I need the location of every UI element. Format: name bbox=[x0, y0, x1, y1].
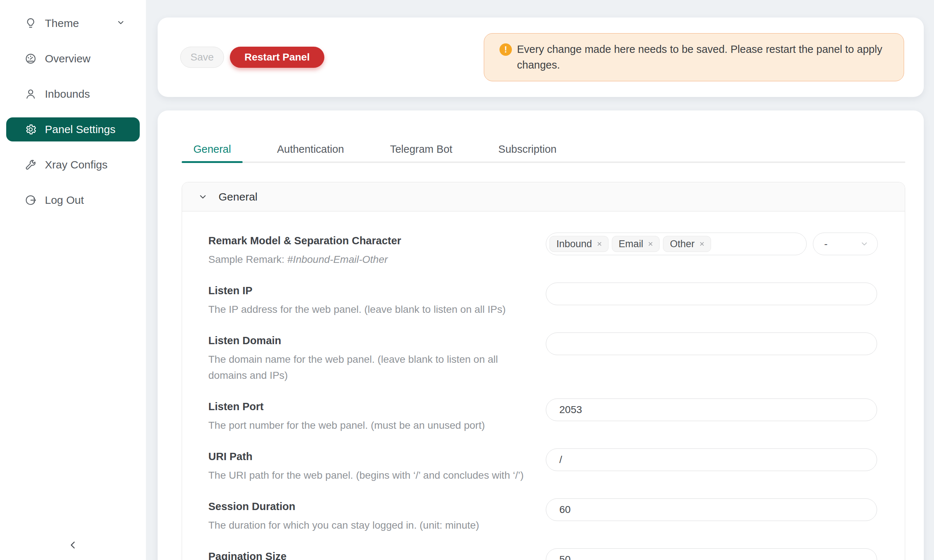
general-collapse-header[interactable]: General bbox=[182, 182, 905, 211]
sidebar-item-label: Theme bbox=[45, 17, 79, 29]
form-row-remark-model: Remark Model & Separation Character Samp… bbox=[208, 232, 878, 268]
field-description: The port number for the web panel. (must… bbox=[208, 417, 529, 434]
listen-ip-input[interactable] bbox=[546, 283, 877, 305]
bulb-icon bbox=[24, 17, 37, 30]
general-form: Remark Model & Separation Character Samp… bbox=[182, 211, 905, 560]
sidebar-item-overview[interactable]: Overview bbox=[6, 47, 140, 71]
field-label: Pagination Size bbox=[208, 548, 529, 560]
tab-general[interactable]: General bbox=[182, 143, 243, 162]
tab-telegram-bot[interactable]: Telegram Bot bbox=[378, 143, 464, 162]
session-duration-input[interactable] bbox=[546, 498, 877, 521]
sidebar-item-label: Overview bbox=[45, 52, 91, 65]
form-row-session-duration: Session Duration The duration for which … bbox=[208, 498, 878, 533]
field-label: Listen Port bbox=[208, 398, 529, 415]
gear-icon bbox=[24, 123, 37, 136]
field-label: Listen Domain bbox=[208, 332, 529, 349]
tab-subscription[interactable]: Subscription bbox=[487, 143, 569, 162]
form-row-listen-ip: Listen IP The IP address for the web pan… bbox=[208, 283, 878, 318]
sidebar-collapse-button[interactable] bbox=[0, 536, 146, 554]
sample-remark: #Inbound-Email-Other bbox=[287, 254, 387, 265]
settings-tabbar: General Authentication Telegram Bot Subs… bbox=[182, 111, 905, 163]
sidebar-item-label: Panel Settings bbox=[45, 123, 115, 135]
chevron-down-icon bbox=[860, 240, 869, 248]
form-row-listen-port: Listen Port The port number for the web … bbox=[208, 398, 878, 434]
uri-path-input[interactable] bbox=[546, 448, 877, 471]
sidebar-item-xray-configs[interactable]: Xray Configs bbox=[6, 153, 140, 177]
tab-authentication[interactable]: Authentication bbox=[265, 143, 356, 162]
listen-domain-input[interactable] bbox=[546, 332, 877, 355]
field-label: Session Duration bbox=[208, 498, 529, 514]
sidebar-item-theme[interactable]: Theme bbox=[6, 11, 140, 35]
sidebar: Theme Overview Inbounds Panel Settings X… bbox=[0, 0, 146, 560]
field-description: The duration for which you can stay logg… bbox=[208, 517, 529, 533]
restart-panel-button[interactable]: Restart Panel bbox=[230, 47, 324, 68]
main-content: Save Restart Panel ! Every change made h… bbox=[146, 0, 934, 560]
field-description: Sample Remark: #Inbound-Email-Other bbox=[208, 252, 529, 268]
field-description: The IP address for the web panel. (leave… bbox=[208, 302, 529, 318]
save-button[interactable]: Save bbox=[180, 47, 224, 68]
close-icon[interactable] bbox=[647, 240, 654, 248]
form-row-pagination-size: Pagination Size bbox=[208, 548, 878, 560]
sidebar-item-label: Inbounds bbox=[45, 88, 90, 100]
chevron-down-icon bbox=[198, 192, 208, 202]
form-row-uri-path: URI Path The URI path for the web panel.… bbox=[208, 448, 878, 483]
pagination-size-input[interactable] bbox=[546, 548, 877, 560]
settings-card: General Authentication Telegram Bot Subs… bbox=[157, 111, 924, 560]
tag-email: Email bbox=[612, 236, 660, 252]
active-tab-indicator bbox=[182, 161, 243, 163]
toolbar-card: Save Restart Panel ! Every change made h… bbox=[157, 17, 924, 97]
collapse-title: General bbox=[219, 191, 257, 203]
restart-warning-alert: ! Every change made here needs to be sav… bbox=[484, 33, 904, 81]
close-icon[interactable] bbox=[698, 240, 706, 248]
listen-port-input[interactable] bbox=[546, 398, 877, 421]
field-label: Listen IP bbox=[208, 283, 529, 298]
user-icon bbox=[24, 88, 37, 101]
chevron-left-icon bbox=[68, 540, 78, 550]
close-icon[interactable] bbox=[596, 240, 603, 248]
tag-other: Other bbox=[663, 236, 711, 252]
logout-icon bbox=[24, 194, 37, 207]
general-collapse-panel: General Remark Model & Separation Charac… bbox=[182, 182, 905, 560]
field-description: The domain name for the web panel. (leav… bbox=[208, 351, 529, 383]
sidebar-item-label: Xray Configs bbox=[45, 158, 108, 171]
wrench-icon bbox=[24, 158, 37, 171]
separator-select[interactable]: - bbox=[813, 232, 878, 255]
alert-text: Every change made here needs to be saved… bbox=[517, 42, 885, 73]
sidebar-item-label: Log Out bbox=[45, 194, 84, 206]
sidebar-item-log-out[interactable]: Log Out bbox=[6, 188, 140, 212]
field-description: The URI path for the web panel. (begins … bbox=[208, 468, 529, 483]
field-label: Remark Model & Separation Character bbox=[208, 232, 529, 249]
dashboard-icon bbox=[24, 52, 37, 65]
warning-icon: ! bbox=[499, 43, 512, 56]
field-label: URI Path bbox=[208, 448, 529, 465]
tag-inbound: Inbound bbox=[549, 236, 609, 252]
sidebar-item-panel-settings[interactable]: Panel Settings bbox=[6, 117, 140, 142]
remark-model-select[interactable]: Inbound Email Other bbox=[546, 232, 807, 255]
chevron-down-icon bbox=[116, 17, 125, 29]
form-row-listen-domain: Listen Domain The domain name for the we… bbox=[208, 332, 878, 383]
sidebar-item-inbounds[interactable]: Inbounds bbox=[6, 82, 140, 106]
